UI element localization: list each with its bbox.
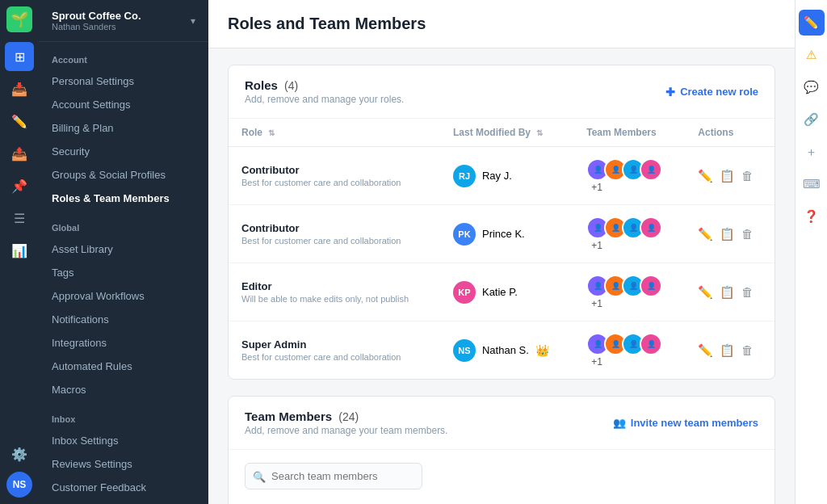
- team-members-subtitle: Add, remove and manage your team members…: [245, 425, 447, 436]
- modifier-avatar: RJ: [453, 165, 476, 187]
- role-name-cell: Contributor Best for customer care and c…: [229, 205, 440, 263]
- search-input[interactable]: [245, 463, 422, 489]
- roles-title: Roles (4): [245, 78, 404, 92]
- search-bar: 🔍: [245, 463, 758, 489]
- keyboard-icon-btn[interactable]: ⌨: [799, 171, 825, 197]
- team-members-cell: 👤👤👤👤+1: [573, 147, 685, 205]
- sort-icon[interactable]: ⇅: [268, 128, 275, 137]
- edit-role-icon[interactable]: ✏️: [698, 343, 713, 358]
- modifier-name: Ray J.: [482, 170, 512, 182]
- account-section-label: Account: [39, 42, 208, 69]
- delete-role-icon[interactable]: 🗑: [741, 169, 754, 183]
- main-content: Roles and Team Members Roles (4) Add, re…: [208, 0, 795, 504]
- table-row: Super Admin Best for customer care and c…: [229, 321, 775, 380]
- icon-bar: 🌱 ⊞ 📥 ✏️ 📤 📌 ☰ 📊 ⚙️ NS: [0, 0, 39, 504]
- sort-icon[interactable]: ⇅: [536, 128, 543, 137]
- sidebar-item-billing[interactable]: Billing & Plan: [39, 116, 208, 140]
- chat-icon-btn[interactable]: 💬: [799, 74, 825, 100]
- app-logo[interactable]: 🌱: [6, 6, 32, 32]
- sidebar-item-tags[interactable]: Tags: [39, 261, 208, 284]
- modifier-name: Nathan S.: [482, 344, 529, 356]
- modifier-avatar: PK: [453, 223, 476, 246]
- edit-role-icon[interactable]: ✏️: [698, 285, 713, 300]
- sidebar-item-security[interactable]: Security: [39, 140, 208, 163]
- crown-icon: 👑: [535, 344, 549, 357]
- link-icon-btn[interactable]: 🔗: [799, 107, 825, 132]
- nav-compose[interactable]: ✏️: [5, 107, 34, 136]
- sidebar-item-automated-rules[interactable]: Automated Rules: [39, 355, 208, 378]
- role-name-cell: Editor Will be able to make edits only, …: [229, 263, 440, 321]
- invite-team-members-button[interactable]: 👥 Invite new team members: [613, 417, 758, 429]
- nav-settings[interactable]: ⚙️: [5, 439, 34, 468]
- roles-card-header: Roles (4) Add, remove and manage your ro…: [229, 65, 775, 119]
- nav-send[interactable]: 📤: [5, 139, 34, 168]
- last-modified-cell: RJ Ray J.: [440, 147, 573, 205]
- copy-role-icon[interactable]: 📋: [720, 227, 735, 242]
- nav-home[interactable]: ⊞: [5, 42, 34, 71]
- sidebar-item-account-settings[interactable]: Account Settings: [39, 93, 208, 116]
- edit-role-icon[interactable]: ✏️: [698, 227, 713, 242]
- table-row: Contributor Best for customer care and c…: [229, 205, 775, 263]
- actions-cell: ✏️ 📋 🗑: [685, 263, 775, 321]
- create-new-role-button[interactable]: ✚ Create new role: [665, 86, 758, 99]
- people-icon: 👥: [613, 417, 626, 429]
- help-icon-btn[interactable]: ❓: [799, 204, 825, 229]
- sidebar-item-roles[interactable]: Roles & Team Members: [39, 187, 208, 210]
- page-title: Roles and Team Members: [228, 15, 775, 33]
- sidebar: Sprout Coffee Co. Nathan Sanders ▾ Accou…: [39, 0, 208, 504]
- roles-subtitle: Add, remove and manage your roles.: [245, 94, 404, 105]
- search-icon: 🔍: [253, 470, 266, 482]
- company-name: Sprout Coffee Co.: [52, 10, 141, 22]
- sidebar-item-vip-lists[interactable]: VIP Lists: [39, 499, 208, 504]
- modifier-name: Prince K.: [482, 228, 525, 240]
- team-members-cell: 👤👤👤👤+1: [573, 321, 685, 380]
- sidebar-item-notifications[interactable]: Notifications: [39, 308, 208, 331]
- sidebar-item-customer-feedback[interactable]: Customer Feedback: [39, 476, 208, 499]
- delete-role-icon[interactable]: 🗑: [741, 227, 754, 242]
- modifier-avatar: KP: [453, 281, 476, 304]
- sidebar-item-approval-workflows[interactable]: Approval Workflows: [39, 284, 208, 308]
- sidebar-item-reviews-settings[interactable]: Reviews Settings: [39, 452, 208, 476]
- table-row: Contributor Best for customer care and c…: [229, 147, 775, 205]
- sidebar-item-personal-settings[interactable]: Personal Settings: [39, 69, 208, 93]
- sidebar-item-groups[interactable]: Groups & Social Profiles: [39, 163, 208, 187]
- col-actions: Actions: [685, 119, 775, 147]
- delete-role-icon[interactable]: 🗑: [741, 285, 754, 300]
- nav-analytics[interactable]: 📊: [5, 236, 34, 265]
- table-row: Editor Will be able to make edits only, …: [229, 263, 775, 321]
- col-team-members: Team Members: [573, 119, 685, 147]
- col-role: Role ⇅: [229, 119, 440, 147]
- sidebar-item-asset-library[interactable]: Asset Library: [39, 237, 208, 261]
- plus-icon-btn[interactable]: ＋: [799, 139, 825, 165]
- warning-icon-btn[interactable]: ⚠: [799, 42, 825, 68]
- sidebar-header[interactable]: Sprout Coffee Co. Nathan Sanders ▾: [39, 0, 208, 42]
- plus-icon: ✚: [665, 86, 675, 99]
- copy-role-icon[interactable]: 📋: [720, 343, 735, 358]
- page-header: Roles and Team Members: [208, 0, 795, 48]
- inbox-section-label: Inbox: [39, 401, 208, 429]
- delete-role-icon[interactable]: 🗑: [741, 343, 754, 358]
- edit-icon-btn[interactable]: ✏️: [799, 10, 825, 36]
- copy-role-icon[interactable]: 📋: [720, 169, 735, 183]
- modifier-avatar: NS: [453, 339, 476, 362]
- team-members-card: Team Members (24) Add, remove and manage…: [228, 396, 775, 504]
- team-members-cell: 👤👤👤👤+1: [573, 263, 685, 321]
- last-modified-cell: NS Nathan S. 👑: [440, 321, 573, 380]
- actions-cell: ✏️ 📋 🗑: [685, 205, 775, 263]
- role-name-cell: Super Admin Best for customer care and c…: [229, 321, 440, 380]
- last-modified-cell: KP Katie P.: [440, 263, 573, 321]
- nav-list[interactable]: ☰: [5, 204, 34, 233]
- nav-inbox[interactable]: 📥: [5, 74, 34, 103]
- roles-card: Roles (4) Add, remove and manage your ro…: [228, 65, 775, 380]
- modifier-name: Katie P.: [482, 286, 518, 298]
- copy-role-icon[interactable]: 📋: [720, 285, 735, 300]
- sidebar-item-integrations[interactable]: Integrations: [39, 331, 208, 355]
- sidebar-item-inbox-settings[interactable]: Inbox Settings: [39, 429, 208, 452]
- user-avatar-small[interactable]: NS: [6, 472, 32, 498]
- nav-pin[interactable]: 📌: [5, 171, 34, 200]
- sidebar-item-macros[interactable]: Macros: [39, 378, 208, 401]
- edit-role-icon[interactable]: ✏️: [698, 169, 713, 183]
- user-name: Nathan Sanders: [52, 22, 141, 32]
- right-action-bar: ✏️ ⚠ 💬 🔗 ＋ ⌨ ❓: [795, 0, 827, 504]
- actions-cell: ✏️ 📋 🗑: [685, 147, 775, 205]
